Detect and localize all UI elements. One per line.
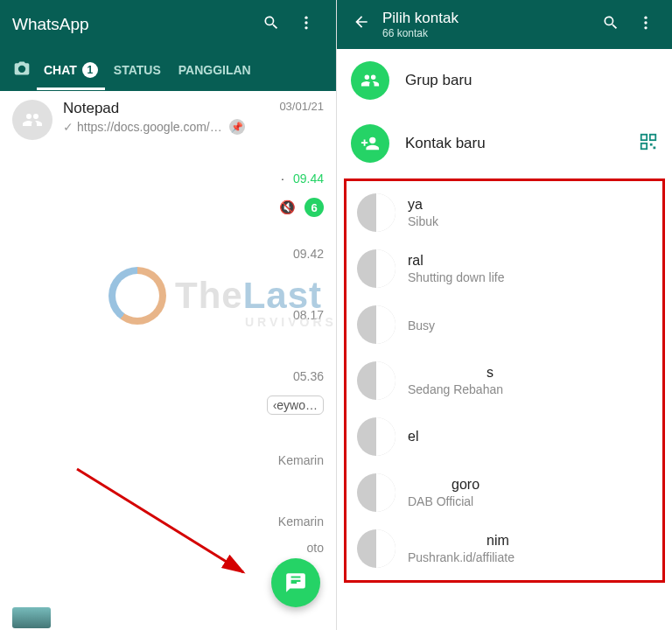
tab-chat-label: CHAT [44,63,77,77]
qr-icon[interactable] [639,132,658,156]
contact-row[interactable]: ya Sibuk [346,185,662,241]
search-icon[interactable] [254,14,289,36]
contact-name: s [486,365,503,381]
contact-status: Pushrank.id/affiliate [408,550,514,564]
group-icon [351,61,389,100]
svg-point-2 [304,26,307,29]
contact-name: el [408,429,418,444]
chat-date: 03/01/21 [279,100,324,117]
svg-rect-10 [654,146,656,149]
contact-row[interactable]: nim Pushrank.id/affiliate [346,521,662,577]
contact-row[interactable]: el [346,409,662,465]
svg-rect-8 [641,143,647,148]
more-icon[interactable] [289,14,324,36]
chat-icon [284,571,307,594]
contact-status: Sibuk [408,214,438,228]
muted-icon: 🔇 [279,200,296,215]
contact-avatar [357,361,396,400]
wa-tabs: CHAT 1 STATUS PANGGILAN [0,49,336,91]
pin-icon: 📌 [229,119,245,135]
svg-point-0 [304,16,307,18]
contact-status: Busy [408,318,435,332]
contact-avatar [357,193,396,232]
chat-row-partial[interactable]: 05.36 [0,364,336,396]
contact-picker-title: Pilih kontak [382,10,593,27]
svg-rect-7 [650,134,655,139]
chat-list: Notepad 03/01/21 ✓ https://docs.google.c… [0,91,336,567]
new-chat-fab[interactable] [271,558,320,607]
tab-calls[interactable]: PANGGILAN [170,51,260,89]
contact-name: goro [452,477,480,493]
wa-header: WhatsApp [0,0,336,49]
chat-row-partial[interactable]: 09.42 [0,242,336,273]
camera-icon[interactable] [7,60,37,81]
contact-row[interactable]: Busy [346,297,662,353]
chat-row-partial[interactable]: Kemarin [0,509,336,541]
svg-point-1 [304,21,307,24]
contact-row[interactable]: s Sedang Rebahan [346,353,662,409]
contact-name: nim [486,533,514,549]
app-title: WhatsApp [12,15,254,34]
chat-row-partial[interactable]: Kemarin [0,448,336,480]
chat-unread-badge: 1 [82,62,98,78]
search-icon[interactable] [593,14,628,36]
contact-avatar [357,249,396,288]
new-group-row[interactable]: Grup baru [337,49,672,112]
contact-header: Pilih kontak 66 kontak [337,0,672,49]
chat-preview: oto [307,541,324,555]
thumbnail [12,607,51,628]
chat-time: 09.42 [293,247,324,261]
svg-point-3 [644,16,647,18]
more-icon[interactable] [628,14,663,36]
chat-row-partial[interactable]: 08.17 [0,303,336,334]
contact-status: DAB Official [408,494,480,508]
contact-count: 66 kontak [382,27,593,39]
chat-row-partial[interactable]: · 09.44 [0,166,336,198]
tab-chat[interactable]: CHAT 1 [37,50,105,90]
chat-time: Kemarin [278,514,324,528]
contact-status: Shutting down life [408,270,505,284]
add-person-icon [351,124,389,163]
chat-time: 08.17 [293,308,324,322]
chat-row-notepad[interactable]: Notepad 03/01/21 ✓ https://docs.google.c… [0,91,336,149]
contact-row[interactable]: ral Shutting down life [346,241,662,297]
unread-badge: 6 [304,198,324,217]
contact-avatar [357,473,396,512]
new-contact-label: Kontak baru [405,135,623,152]
contact-avatar [357,529,396,568]
svg-point-4 [644,21,647,24]
new-group-label: Grup baru [405,72,658,89]
contact-name: ral [408,253,505,269]
svg-rect-9 [650,143,653,145]
contact-avatar [357,417,396,456]
new-contact-row[interactable]: Kontak baru [337,112,672,175]
svg-rect-6 [641,134,647,139]
chat-time: 09.44 [293,172,324,186]
group-avatar-icon [12,100,52,140]
chat-name: Notepad [63,100,119,117]
contact-avatar [357,305,396,344]
keyword-pill: ‹eywo… [267,396,324,415]
contact-row[interactable]: goro DAB Official [346,465,662,521]
contact-picker-pane: Pilih kontak 66 kontak Grup baru Kontak … [336,0,672,630]
sent-tick-icon: ✓ [63,120,74,134]
svg-point-5 [644,26,647,29]
chat-preview: https://docs.google.com/… [77,120,222,134]
contact-status: Sedang Rebahan [408,382,503,396]
chat-time: Kemarin [278,453,324,467]
dot-icon: · [281,172,284,186]
whatsapp-chat-pane: WhatsApp CHAT 1 STATUS PANGGILAN [0,0,336,630]
contacts-highlight-box: ya Sibuk ral Shutting down life Busy [344,178,665,583]
chat-time: 05.36 [293,369,324,383]
contact-name: ya [408,197,438,213]
back-icon[interactable] [346,13,377,36]
tab-status[interactable]: STATUS [105,51,170,89]
